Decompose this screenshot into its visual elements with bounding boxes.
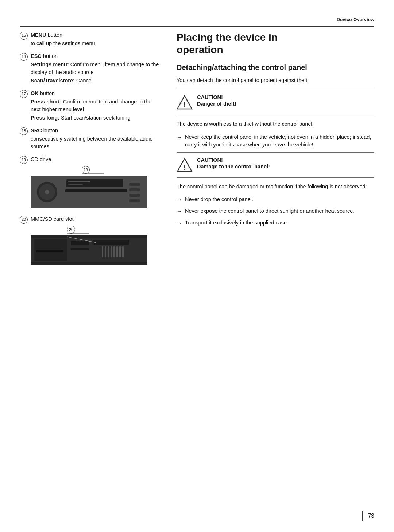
cd-drive-image — [31, 176, 147, 208]
main-title-line1: Placing the device in — [177, 32, 278, 43]
item-label-20: MMC/SD card slot — [31, 215, 162, 223]
svg-rect-16 — [31, 262, 147, 265]
right-column: Placing the device in operation Detachin… — [177, 31, 374, 503]
svg-rect-7 — [129, 188, 140, 191]
caution-title-2: CAUTION! — [197, 157, 374, 163]
page-number: 73 — [368, 513, 374, 519]
caution-box-2: ! CAUTION! Damage to the control panel! — [177, 152, 374, 178]
caution2-bullet-1: → Never expose the control panel to dire… — [177, 207, 374, 215]
list-item-16: 16 ESC button Settings menu: Confirm men… — [20, 52, 162, 85]
svg-text:!: ! — [184, 163, 186, 171]
svg-rect-18 — [36, 250, 63, 252]
intro-text: You can detach the control panel to prot… — [177, 77, 374, 85]
caution-icon-2: ! — [177, 157, 193, 173]
cd-drive-image-container: 19 — [31, 169, 162, 210]
item-number-15: 15 — [20, 32, 28, 40]
content-area: 15 MENU button to call up the settings m… — [20, 31, 374, 503]
page-number-bar — [362, 511, 363, 521]
svg-rect-22 — [102, 246, 103, 257]
svg-rect-21 — [93, 240, 129, 245]
caution2-bullet-2: → Transport it exclusively in the suppli… — [177, 219, 374, 227]
item-number-17: 17 — [20, 90, 28, 98]
item-label-suffix-18: button — [42, 128, 58, 133]
item-content-15: MENU button to call up the settings menu — [31, 31, 162, 47]
item-content-20: MMC/SD card slot — [31, 215, 162, 223]
arrow-bullet-icon-2b: → — [177, 207, 182, 215]
svg-rect-19 — [71, 241, 89, 245]
item-desc-17-1: Press long: Start scan/station seek tuni… — [31, 114, 162, 122]
main-title: Placing the device in operation — [177, 31, 374, 56]
cd-image-number-bubble: 19 — [82, 166, 90, 174]
item-number-18: 18 — [20, 127, 28, 135]
item-number-20: 20 — [20, 216, 28, 224]
svg-rect-20 — [71, 248, 89, 250]
caution-text-1: CAUTION! Danger of theft! — [197, 94, 374, 107]
caution2-bullet-text-1: Never expose the control panel to direct… — [185, 207, 354, 215]
mmc-image-number-bubble: 20 — [67, 226, 75, 234]
caution1-body: The device is worthless to a thief witho… — [177, 120, 374, 128]
list-item-17: 17 OK button Press short: Confirm menu i… — [20, 90, 162, 122]
item-desc-15-0: to call up the settings menu — [31, 40, 162, 47]
svg-rect-28 — [119, 246, 121, 257]
item-content-17: OK button Press short: Confirm menu item… — [31, 90, 162, 122]
item-content-19: CD drive — [31, 156, 162, 163]
caution2-body: The control panel can be damaged or malf… — [177, 183, 374, 191]
mmc-image-container: 20 — [31, 229, 162, 266]
caution-icon-1: ! — [177, 94, 193, 110]
svg-rect-6 — [129, 183, 140, 186]
svg-rect-8 — [129, 194, 140, 197]
mmc-drive-image — [31, 235, 147, 265]
arrow-bullet-icon-2a: → — [177, 196, 182, 204]
item-number-16: 16 — [20, 53, 28, 61]
caution2-bullet-text-2: Transport it exclusively in the supplied… — [185, 219, 288, 227]
svg-rect-23 — [105, 246, 106, 257]
item-content-16: ESC button Settings menu: Confirm menu i… — [31, 52, 162, 85]
item-label-18: SRC — [31, 128, 42, 133]
list-item-20: 20 MMC/SD card slot — [20, 215, 162, 224]
svg-rect-29 — [122, 246, 124, 257]
item-desc-17-0: Press short: Confirm menu item and chang… — [31, 98, 162, 113]
list-item-19: 19 CD drive — [20, 156, 162, 164]
item-label-19: CD drive — [31, 156, 51, 162]
item-desc-16-1: Scan/Travelstore: Cancel — [31, 77, 162, 85]
item-desc-18-0: consecutively switching between the avai… — [31, 135, 162, 150]
svg-rect-12 — [68, 184, 83, 185]
arrow-bullet-icon-2c: → — [177, 219, 182, 227]
caution1-bullet-0: → Never keep the control panel in the ve… — [177, 133, 374, 149]
caution2-bullet-0: → Never drop the control panel. — [177, 196, 374, 204]
svg-rect-5 — [65, 189, 127, 192]
item-label-16: ESC — [31, 53, 42, 59]
item-label-suffix-15: button — [46, 32, 62, 38]
caution-text-2: CAUTION! Damage to the control panel! — [197, 157, 374, 169]
svg-rect-15 — [31, 235, 147, 238]
svg-text:!: ! — [184, 101, 186, 109]
caution-subtitle-2: Damage to the control panel! — [197, 164, 374, 169]
caution1-bullet-text-0: Never keep the control panel in the vehi… — [185, 133, 374, 149]
svg-rect-10 — [66, 179, 123, 187]
caution2-bullet-text-0: Never drop the control panel. — [185, 196, 253, 203]
list-item-18: 18 SRC button consecutively switching be… — [20, 127, 162, 150]
list-item-15: 15 MENU button to call up the settings m… — [20, 31, 162, 47]
caution-box-1: ! CAUTION! Danger of theft! — [177, 90, 374, 115]
svg-rect-9 — [129, 199, 140, 202]
svg-rect-11 — [68, 181, 90, 182]
page: Device Overview 15 MENU button to call u… — [0, 0, 394, 532]
page-number-area: 73 — [362, 511, 374, 521]
item-label-suffix-17: button — [39, 90, 55, 96]
item-label-15: MENU — [31, 32, 46, 38]
svg-rect-25 — [111, 246, 112, 257]
item-label-17: OK — [31, 90, 39, 96]
caution-subtitle-1: Danger of theft! — [197, 101, 374, 107]
caution-title-1: CAUTION! — [197, 94, 374, 100]
svg-rect-27 — [116, 246, 118, 257]
item-desc-16-0: Settings menu: Confirm menu item and cha… — [31, 61, 162, 76]
svg-point-4 — [45, 190, 49, 194]
item-number-19: 19 — [20, 156, 28, 164]
item-content-18: SRC button consecutively switching betwe… — [31, 127, 162, 150]
main-title-line2: operation — [177, 44, 223, 55]
svg-rect-24 — [108, 246, 109, 257]
svg-rect-26 — [113, 246, 115, 257]
section-title: Detaching/attaching the control panel — [177, 63, 374, 72]
arrow-bullet-icon-1: → — [177, 133, 182, 141]
item-label-suffix-16: button — [42, 53, 58, 59]
